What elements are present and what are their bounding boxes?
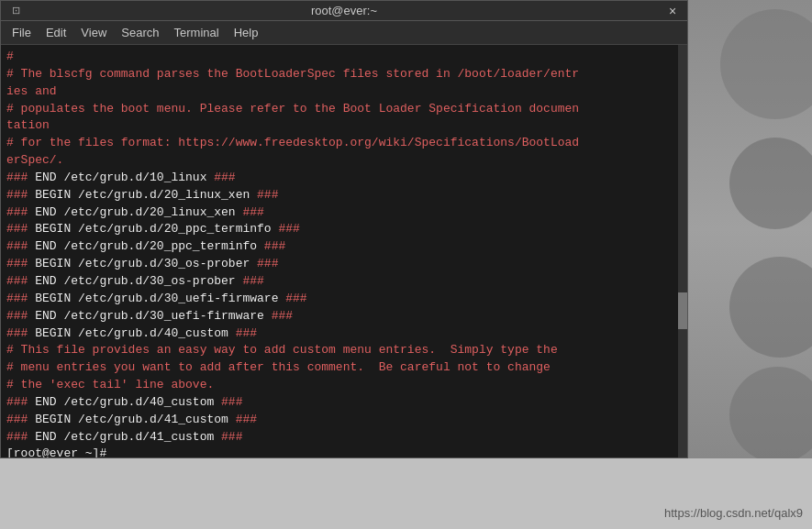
line-14-mid: BEGIN /etc/grub.d/40_custom: [28, 326, 235, 340]
line-14: ###: [6, 326, 28, 340]
bg-shape-1: [720, 9, 812, 119]
terminal-output: # # The blscfg command parses the BootLo…: [6, 49, 682, 457]
title-bar: ⊡ root@ever:~ ×: [1, 1, 687, 21]
line-11: ###: [6, 274, 28, 288]
line-15: # This file provides an easy way to add …: [6, 343, 558, 391]
line-18: ###: [6, 395, 28, 409]
terminal-icon: ⊡: [8, 4, 23, 18]
line-6: ###: [6, 188, 28, 202]
line-5-end: ###: [214, 171, 235, 184]
line-9-end: ###: [264, 239, 285, 253]
menu-edit[interactable]: Edit: [39, 24, 73, 41]
line-14-end: ###: [236, 326, 257, 340]
line-9-mid: END /etc/grub.d/20_ppc_terminfo: [28, 239, 263, 253]
menu-bar: File Edit View Search Terminal Help: [1, 21, 687, 45]
line-18-mid: END /etc/grub.d/40_custom: [28, 395, 221, 409]
watermark: https://blog.csdn.net/qalx9: [664, 506, 803, 520]
line-6-end: ###: [257, 188, 278, 202]
line-7-end: ###: [242, 205, 263, 219]
prompt: [root@ever ~]#: [6, 446, 106, 457]
bg-shape-4: [729, 367, 812, 458]
line-5-mid: END /etc/grub.d/10_linux: [28, 171, 214, 184]
line-9: ###: [6, 239, 28, 253]
line-10-mid: BEGIN /etc/grub.d/30_os-prober: [28, 257, 257, 270]
line-10-end: ###: [257, 257, 278, 270]
line-7-mid: END /etc/grub.d/20_linux_xen: [28, 205, 242, 219]
line-8-mid: BEGIN /etc/grub.d/20_ppc_terminfo: [28, 222, 278, 236]
line-6-mid: BEGIN /etc/grub.d/20_linux_xen: [28, 188, 257, 202]
line-19-mid: BEGIN /etc/grub.d/41_custom: [28, 413, 235, 426]
line-13-mid: END /etc/grub.d/30_uefi-firmware: [28, 309, 271, 323]
bg-shape-2: [729, 138, 812, 229]
line-12-end: ###: [285, 292, 306, 305]
terminal-body: # # The blscfg command parses the BootLo…: [1, 45, 687, 457]
menu-search[interactable]: Search: [114, 24, 166, 41]
menu-file[interactable]: File: [5, 24, 39, 41]
line-13-end: ###: [272, 309, 293, 323]
line-12-mid: BEGIN /etc/grub.d/30_uefi-firmware: [28, 292, 285, 305]
line-1: # # The blscfg command parses the BootLo…: [6, 50, 579, 167]
line-7: ###: [6, 205, 28, 219]
line-20-mid: END /etc/grub.d/41_custom: [28, 430, 221, 444]
line-20: ###: [6, 430, 28, 444]
terminal-window: ⊡ root@ever:~ × File Edit View Search Te…: [0, 0, 688, 458]
line-12: ###: [6, 292, 28, 305]
scrollbar-thumb[interactable]: [678, 292, 687, 329]
line-18-end: ###: [221, 395, 242, 409]
line-10: ###: [6, 257, 28, 270]
line-19: ###: [6, 413, 28, 426]
line-8-end: ###: [278, 222, 299, 236]
close-button[interactable]: ×: [665, 4, 680, 18]
bg-shape-3: [729, 257, 812, 358]
menu-help[interactable]: Help: [227, 24, 266, 41]
scrollbar[interactable]: [678, 45, 687, 457]
line-11-mid: END /etc/grub.d/30_os-prober: [28, 274, 242, 288]
window-title: root@ever:~: [311, 4, 377, 17]
background-decoration: [688, 0, 812, 458]
line-8: ###: [6, 222, 28, 236]
line-19-end: ###: [236, 413, 257, 426]
line-5: ###: [6, 171, 28, 184]
line-20-end: ###: [221, 430, 242, 444]
menu-view[interactable]: View: [73, 24, 114, 41]
line-13: ###: [6, 309, 28, 323]
line-11-end: ###: [242, 274, 263, 288]
menu-terminal[interactable]: Terminal: [167, 24, 227, 41]
